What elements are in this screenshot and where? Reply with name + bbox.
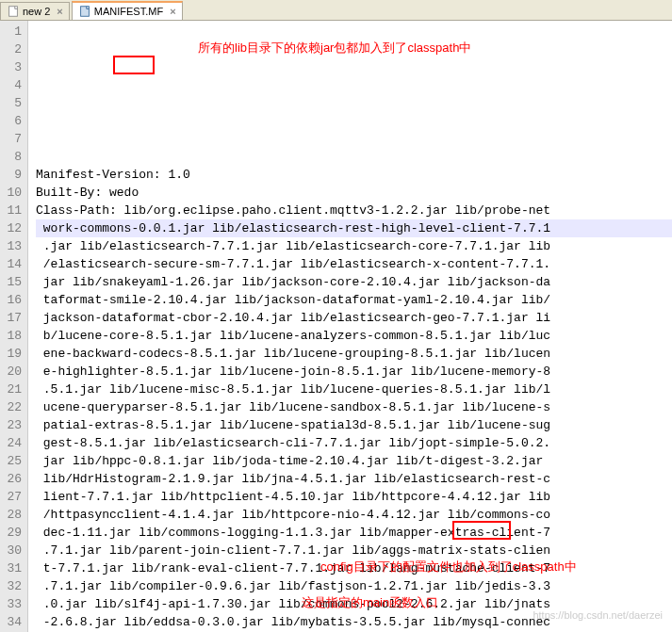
- line-number: 13: [2, 237, 22, 255]
- line-number: 26: [2, 470, 22, 488]
- line-number: 19: [2, 345, 22, 363]
- code-line[interactable]: patial-extras-8.5.1.jar lib/lucene-spati…: [36, 416, 672, 434]
- close-icon[interactable]: ×: [57, 6, 62, 17]
- code-line[interactable]: lient-7.7.1.jar lib/httpclient-4.5.10.ja…: [36, 488, 672, 506]
- code-line[interactable]: Built-By: wedo: [36, 184, 672, 202]
- line-gutter: 1234567891011121314151617181920212223242…: [0, 21, 28, 632]
- line-number: 20: [2, 363, 22, 381]
- tab-manifest[interactable]: MANIFEST.MF ×: [72, 1, 183, 20]
- annotation-lib: 所有的lib目录下的依赖jar包都加入到了classpath中: [198, 39, 471, 57]
- code-line[interactable]: lib/HdrHistogram-2.1.9.jar lib/jna-4.5.1…: [36, 470, 672, 488]
- editor-content[interactable]: 所有的lib目录下的依赖jar包都加入到了classpath中 config目录…: [28, 21, 672, 632]
- line-number: 7: [2, 130, 22, 148]
- code-line[interactable]: .7.1.jar lib/compiler-0.9.6.jar lib/fast…: [36, 577, 672, 595]
- code-line[interactable]: Manifest-Version: 1.0: [36, 166, 672, 184]
- line-number: 31: [2, 559, 22, 577]
- line-number: 4: [2, 76, 22, 94]
- line-number: 15: [2, 273, 22, 291]
- code-line[interactable]: dec-1.11.jar lib/commons-logging-1.1.3.j…: [36, 524, 672, 542]
- line-number: 33: [2, 595, 22, 613]
- code-line[interactable]: jar lib/snakeyaml-1.26.jar lib/jackson-c…: [36, 273, 672, 291]
- line-number: 32: [2, 577, 22, 595]
- line-number: 10: [2, 184, 22, 202]
- editor-tabs: new 2 × MANIFEST.MF ×: [0, 0, 672, 21]
- code-line[interactable]: /elasticsearch-secure-sm-7.7.1.jar lib/e…: [36, 255, 672, 273]
- line-number: 5: [2, 94, 22, 112]
- line-number: 25: [2, 452, 22, 470]
- line-number: 14: [2, 255, 22, 273]
- code-line[interactable]: .5.1.jar lib/lucene-misc-8.5.1.jar lib/l…: [36, 381, 672, 398]
- code-line[interactable]: gest-8.5.1.jar lib/elasticsearch-cli-7.7…: [36, 434, 672, 452]
- code-line[interactable]: -2.6.8.jar lib/eddsa-0.3.0.jar lib/mybat…: [36, 613, 672, 631]
- line-number: 3: [2, 58, 22, 76]
- code-line[interactable]: Class-Path: lib/org.eclipse.paho.client.…: [36, 202, 672, 219]
- code-line[interactable]: .jar lib/elasticsearch-7.7.1.jar lib/ela…: [36, 237, 672, 255]
- code-line[interactable]: ene-backward-codecs-8.5.1.jar lib/lucene…: [36, 345, 672, 363]
- line-number: 12: [2, 219, 22, 237]
- code-line[interactable]: taformat-smile-2.10.4.jar lib/jackson-da…: [36, 291, 672, 309]
- line-number: 21: [2, 381, 22, 398]
- line-number: 24: [2, 434, 22, 452]
- line-number: 6: [2, 112, 22, 130]
- line-number: 16: [2, 291, 22, 309]
- file-icon: [7, 5, 20, 18]
- line-number: 27: [2, 488, 22, 506]
- file-icon: [78, 5, 91, 18]
- line-number: 2: [2, 41, 22, 58]
- svg-rect-0: [9, 7, 18, 17]
- editor: 1234567891011121314151617181920212223242…: [0, 21, 672, 632]
- tab-new2[interactable]: new 2 ×: [0, 2, 70, 20]
- code-line[interactable]: .0.jar lib/slf4j-api-1.7.30.jar lib/comm…: [36, 595, 672, 613]
- code-line[interactable]: t-7.7.1.jar lib/rank-eval-client-7.7.1.j…: [36, 559, 672, 577]
- code-line[interactable]: e-highlighter-8.5.1.jar lib/lucene-join-…: [36, 363, 672, 381]
- code-line[interactable]: jar lib/hppc-0.8.1.jar lib/joda-time-2.1…: [36, 452, 672, 470]
- code-line[interactable]: jackson-dataformat-cbor-2.10.4.jar lib/e…: [36, 309, 672, 327]
- line-number: 28: [2, 506, 22, 524]
- tab-label: new 2: [23, 6, 50, 17]
- line-number: 30: [2, 542, 22, 559]
- code-line[interactable]: ucene-queryparser-8.5.1.jar lib/lucene-s…: [36, 398, 672, 416]
- line-number: 18: [2, 327, 22, 345]
- line-number: 23: [2, 416, 22, 434]
- code-line[interactable]: work-commons-0.0.1.jar lib/elasticsearch…: [36, 219, 672, 237]
- tab-label: MANIFEST.MF: [94, 6, 163, 17]
- line-number: 29: [2, 524, 22, 542]
- close-icon[interactable]: ×: [170, 6, 175, 17]
- line-number: 34: [2, 613, 22, 631]
- svg-rect-1: [80, 7, 89, 17]
- code-line[interactable]: b/lucene-core-8.5.1.jar lib/lucene-analy…: [36, 327, 672, 345]
- line-number: 8: [2, 148, 22, 166]
- line-number: 11: [2, 202, 22, 219]
- line-number: 1: [2, 23, 22, 41]
- code-line[interactable]: .7.1.jar lib/parent-join-client-7.7.1.ja…: [36, 542, 672, 559]
- line-number: 17: [2, 309, 22, 327]
- line-number: 22: [2, 398, 22, 416]
- highlight-lib: [113, 56, 155, 74]
- line-number: 9: [2, 166, 22, 184]
- code-line[interactable]: /httpasyncclient-4.1.4.jar lib/httpcore-…: [36, 506, 672, 524]
